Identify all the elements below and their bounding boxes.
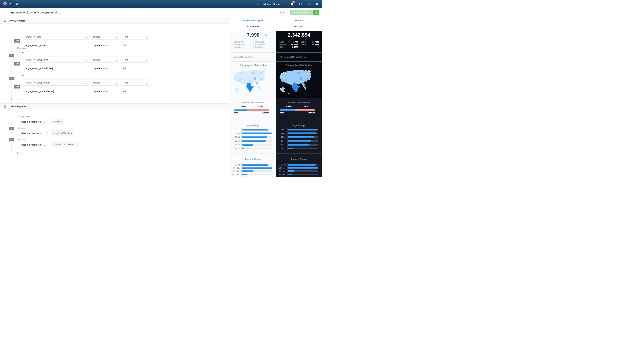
value-select[interactable]: True <box>121 57 150 63</box>
operator-select[interactable]: equals <box>90 33 119 40</box>
and-connector[interactable]: and <box>14 39 20 43</box>
tree-line <box>6 37 6 98</box>
chevron-down-icon <box>116 44 117 47</box>
nav-divider <box>286 1 286 6</box>
gender-section: Gender Distribution 42% 58% Men Women <box>276 99 322 118</box>
zeta-logo[interactable]: ZETA <box>3 1 19 7</box>
operator-select[interactable]: is greater than <box>90 65 119 71</box>
field-select[interactable]: known_to_zeta[Rolex] <box>23 57 89 63</box>
add-group-button[interactable]: + <box>5 98 6 101</box>
tree-line <box>12 37 12 98</box>
value-select[interactable]: True <box>121 33 150 40</box>
settings-button[interactable]: ⚙ <box>298 2 302 6</box>
tree-line <box>17 91 23 91</box>
chevron-down-icon <box>86 90 87 93</box>
tree-line <box>12 153 16 153</box>
or-connector[interactable]: or <box>9 138 14 142</box>
membership-select[interactable]: User is a member of <box>19 142 48 148</box>
add-condition-button[interactable]: + <box>22 74 24 77</box>
gear-icon: ⚙ <box>299 2 302 6</box>
value-select[interactable]: True <box>121 80 150 86</box>
add-group-button[interactable]: + <box>5 152 6 154</box>
value-input[interactable] <box>121 42 150 48</box>
membership-select[interactable]: User is a member of <box>19 130 48 136</box>
women-percent: 63% <box>252 105 269 108</box>
operator-select[interactable]: is greater than <box>90 42 119 48</box>
notifications-button[interactable]: 3 <box>290 2 294 6</box>
and-connector[interactable]: and <box>14 85 20 89</box>
value-input[interactable] <box>121 88 150 94</box>
segment-tag[interactable]: Watches <box>51 119 64 124</box>
user-icon <box>315 2 318 5</box>
profile-button[interactable] <box>315 2 319 6</box>
page-header: Engaged visitors with Lux propensit... S… <box>0 8 322 17</box>
segment-tag[interactable]: Apparel & Accessories <box>51 142 78 147</box>
account-switcher[interactable]: Luxe Collective Group <box>256 3 282 5</box>
chevron-down-icon <box>316 11 317 13</box>
operator-select[interactable]: equals <box>90 57 119 63</box>
section-zeta-prospects[interactable]: Z Zeta Prospects <box>0 103 230 109</box>
subtab-prospects[interactable]: Prospects <box>276 23 322 31</box>
men-percent: 42% <box>280 105 298 108</box>
membership-select[interactable]: User is a member of <box>19 119 48 125</box>
men-label: Men <box>234 112 238 114</box>
or-connector[interactable]: or <box>9 53 14 57</box>
or-connector[interactable]: or <box>9 126 14 130</box>
rule-category: Behavior <box>18 138 25 141</box>
segment-tag[interactable]: Jewelry & Watches <box>51 131 74 136</box>
value-input[interactable] <box>121 65 150 71</box>
prospects-count-cell: 2,342,894 Email3-4M Display46-61M CTV9-1… <box>276 31 322 52</box>
women-label: Women <box>308 112 315 114</box>
chevron-down-icon <box>146 58 147 61</box>
field-select[interactable]: engagement_score <box>23 42 89 48</box>
collapse-chevron-icon[interactable] <box>226 20 228 23</box>
refresh-icon[interactable]: ↻ <box>265 34 267 37</box>
add-condition-button[interactable]: + <box>22 98 24 101</box>
page-title: Engaged visitors with Lux propensit... <box>11 11 60 14</box>
operator-select[interactable]: is greater than <box>90 88 119 94</box>
gender-section: Gender Distribution 37% 63% Men Women <box>230 99 276 118</box>
info-icon[interactable]: ⓘ <box>304 55 306 58</box>
field-select[interactable]: known_to_zeta <box>23 33 89 40</box>
section-my-customers[interactable]: My Customers <box>0 18 230 24</box>
chevron-down-icon <box>86 35 87 38</box>
chevron-down-icon <box>44 132 45 135</box>
tab-audience-insights[interactable]: Audience Insights <box>230 18 276 23</box>
chevron-down-icon <box>116 81 117 84</box>
geo-section: Geographic Distribution <box>230 61 276 99</box>
gender-bar <box>234 109 269 111</box>
chevron-down-icon <box>116 58 117 61</box>
back-chevron-icon <box>3 11 5 14</box>
operator-select[interactable]: equals <box>90 80 119 86</box>
info-icon[interactable]: ⓘ <box>253 55 255 58</box>
save-audience-button[interactable]: Save Audience <box>290 10 313 15</box>
divider <box>224 19 224 22</box>
add-group-button[interactable]: + <box>10 98 12 101</box>
chevron-down-icon <box>44 144 45 146</box>
field-select[interactable]: engagement_score[Cartier] <box>23 88 89 94</box>
rule-category: Behavior <box>18 127 25 129</box>
subtab-customers[interactable]: Customers <box>230 23 276 31</box>
zeta-diamond-icon <box>3 1 8 7</box>
add-condition-button[interactable]: + <box>22 51 24 54</box>
us-map <box>278 67 320 97</box>
chevron-down-icon <box>116 90 117 93</box>
back-button[interactable] <box>0 8 8 17</box>
or-connector[interactable]: or <box>9 76 14 80</box>
save-options-button[interactable] <box>313 10 319 15</box>
divider <box>224 105 224 108</box>
add-rule-button[interactable]: + <box>17 152 18 154</box>
rule-category: Demographics <box>18 115 30 118</box>
more-actions-button[interactable] <box>279 9 285 16</box>
tree-line <box>6 122 6 152</box>
prospects-stats: Email3-4M Display46-61M CTV9-12M Social3… <box>278 41 320 48</box>
field-select[interactable]: engagement_score[Rolex] <box>23 65 89 71</box>
field-select[interactable]: known_to_zeta[Cartier] <box>23 80 89 86</box>
and-connector[interactable]: and <box>14 62 20 66</box>
chevron-down-icon <box>86 58 87 61</box>
help-button[interactable]: ? <box>306 2 311 6</box>
known-site-visitors-row: Known Site Visitors ⓘ - <box>230 52 276 61</box>
top-nav: ZETA Luxe Collective Group 3 ⚙ ? <box>0 0 322 8</box>
geo-section: Geographic Distribution <box>276 61 322 99</box>
tab-people[interactable]: People <box>276 18 322 23</box>
